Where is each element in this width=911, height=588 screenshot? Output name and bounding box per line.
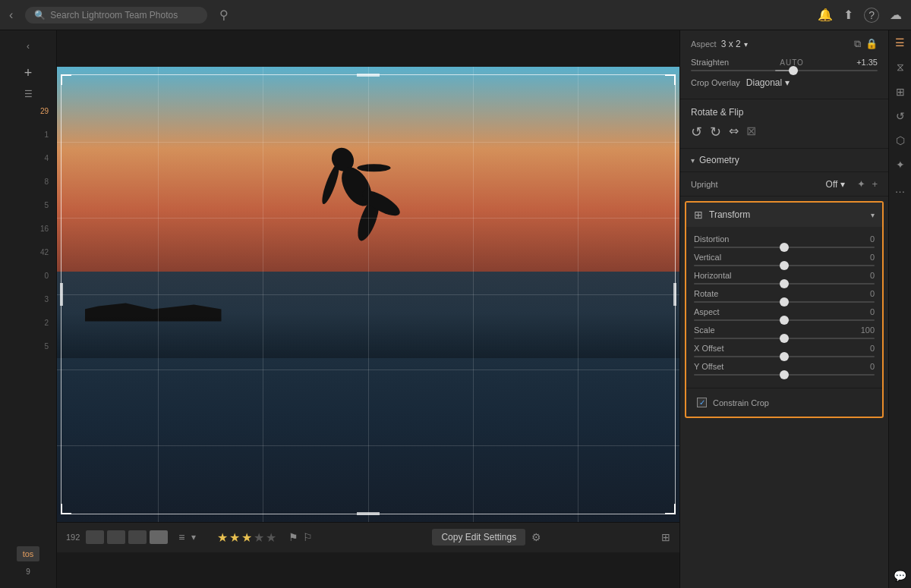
left-sidebar: ‹ + ☰ 29 1 4 8 5 16 42 0 3 2 5 tos 9 bbox=[0, 30, 57, 588]
panel-icon-5[interactable]: ⬡ bbox=[896, 134, 905, 146]
rotate-cw-button[interactable]: ↻ bbox=[710, 124, 721, 140]
straighten-auto: AUTO bbox=[780, 58, 804, 67]
main-content: ‹ + ☰ 29 1 4 8 5 16 42 0 3 2 5 tos 9 bbox=[0, 30, 911, 588]
star-2[interactable]: ★ bbox=[229, 530, 240, 545]
straighten-track[interactable] bbox=[691, 70, 878, 71]
sort-icon[interactable]: ≡ bbox=[178, 531, 184, 543]
upright-row: Upright Off ▾ ✦ + bbox=[680, 172, 888, 197]
upright-add-icon[interactable]: + bbox=[872, 178, 878, 190]
crowd-silhouette bbox=[57, 313, 679, 358]
top-bar-left: ‹ 🔍 Search Lightroom Team Photos ⚲ bbox=[9, 7, 229, 24]
constrain-crop-checkbox[interactable] bbox=[697, 398, 707, 407]
bottom-bar: 192 ≡ ▾ ★ ★ ★ ★ ★ ⚑ ⚐ Copy Edit Settings… bbox=[57, 522, 679, 552]
aspect-transform-value: 0 bbox=[859, 307, 875, 316]
rotate-track[interactable] bbox=[694, 301, 875, 303]
scale-thumb[interactable] bbox=[780, 334, 789, 343]
distortion-value: 0 bbox=[859, 234, 875, 244]
horizontal-thumb[interactable] bbox=[780, 279, 789, 288]
expand-icon[interactable]: ⊞ bbox=[661, 531, 670, 543]
x-offset-track[interactable] bbox=[694, 356, 875, 357]
upload-icon[interactable]: ⬆ bbox=[843, 8, 853, 22]
flag-x-icon[interactable]: ⚐ bbox=[303, 531, 313, 543]
view-btn-3[interactable] bbox=[128, 530, 147, 544]
back-icon[interactable]: ‹ bbox=[9, 8, 13, 22]
view-btn-4[interactable] bbox=[150, 530, 168, 544]
svg-point-2 bbox=[319, 162, 342, 206]
scale-label: Scale bbox=[694, 325, 747, 335]
transform-body: Distortion 0 Vertical 0 bbox=[686, 227, 882, 385]
vertical-thumb[interactable] bbox=[780, 261, 789, 270]
panel-icon-8[interactable]: 💬 bbox=[894, 570, 906, 582]
copy-edit-settings-button[interactable]: Copy Edit Settings bbox=[432, 529, 525, 546]
rotate-flip-title: Rotate & Flip bbox=[691, 107, 878, 118]
scale-track[interactable] bbox=[694, 338, 875, 339]
panel-icon-3[interactable]: ⊞ bbox=[896, 86, 905, 98]
sidebar-top: ‹ + ☰ bbox=[0, 36, 56, 99]
photo-area: 192 ≡ ▾ ★ ★ ★ ★ ★ ⚑ ⚐ Copy Edit Settings… bbox=[57, 30, 679, 588]
rotate-thumb[interactable] bbox=[780, 297, 789, 307]
view-btn-1[interactable] bbox=[86, 530, 104, 544]
aspect-value: 3 x 2 ▾ bbox=[721, 39, 748, 49]
rotate-flip-buttons: ↺ ↻ ⇔ ⊠ bbox=[691, 124, 878, 140]
panel-icon-4[interactable]: ↺ bbox=[896, 110, 905, 122]
crop-overlay-value: Diagonal ▾ bbox=[746, 77, 790, 88]
lock-icon[interactable]: 🔒 bbox=[865, 38, 878, 50]
help-icon[interactable]: ? bbox=[864, 8, 879, 23]
star-5[interactable]: ★ bbox=[266, 530, 276, 545]
star-4[interactable]: ★ bbox=[254, 530, 264, 545]
horizontal-track[interactable] bbox=[694, 283, 875, 285]
top-bar-right: 🔔 ⬆ ? ☁ bbox=[818, 8, 902, 23]
x-offset-thumb[interactable] bbox=[780, 352, 789, 361]
vertical-track[interactable] bbox=[694, 265, 875, 266]
top-bar: ‹ 🔍 Search Lightroom Team Photos ⚲ 🔔 ⬆ ?… bbox=[0, 0, 911, 30]
y-offset-track[interactable] bbox=[694, 374, 875, 376]
panel-icon-1[interactable]: ☰ bbox=[895, 36, 905, 49]
bell-icon[interactable]: 🔔 bbox=[818, 8, 833, 22]
x-offset-row: X Offset 0 bbox=[694, 344, 875, 357]
crop-section: Aspect 3 x 2 ▾ ⧉ 🔒 Straighten AUTO +1.35 bbox=[680, 30, 888, 99]
upright-chevron-icon: ▾ bbox=[840, 179, 845, 190]
list-icon[interactable]: ☰ bbox=[24, 89, 33, 99]
distortion-thumb[interactable] bbox=[780, 243, 789, 252]
panel-icon-2[interactable]: ⧖ bbox=[897, 61, 904, 74]
geometry-section-header[interactable]: ▾ Geometry bbox=[680, 149, 888, 172]
star-1[interactable]: ★ bbox=[217, 530, 228, 545]
add-icon[interactable]: + bbox=[24, 65, 33, 81]
rotate-ccw-button[interactable]: ↺ bbox=[691, 124, 702, 140]
transform-title: Transform bbox=[709, 209, 750, 220]
transform-header-left: ⊞ Transform bbox=[694, 209, 750, 221]
straighten-row: Straighten AUTO +1.35 bbox=[691, 58, 878, 67]
sort-arrow-icon[interactable]: ▾ bbox=[191, 532, 196, 542]
collapse-icon[interactable]: ‹ bbox=[22, 36, 34, 56]
panel-icon-7[interactable]: … bbox=[895, 183, 906, 195]
aspect-transform-thumb[interactable] bbox=[780, 316, 789, 325]
cloud-icon[interactable]: ☁ bbox=[890, 8, 902, 22]
distortion-track[interactable] bbox=[694, 247, 875, 248]
aspect-transform-track[interactable] bbox=[694, 319, 875, 321]
flip-v-button[interactable]: ⊠ bbox=[746, 124, 756, 140]
y-offset-thumb[interactable] bbox=[780, 370, 789, 379]
straighten-thumb[interactable] bbox=[789, 66, 798, 75]
straighten-value: +1.35 bbox=[855, 58, 878, 67]
sidebar-num: 4 bbox=[26, 154, 49, 162]
aspect-label: Aspect bbox=[691, 39, 717, 49]
transform-header[interactable]: ⊞ Transform ▾ bbox=[686, 203, 882, 227]
sidebar-num: 16 bbox=[26, 225, 49, 233]
flip-h-button[interactable]: ⇔ bbox=[729, 124, 739, 140]
flag-icon[interactable]: ⚑ bbox=[288, 531, 298, 543]
vertical-value: 0 bbox=[859, 253, 875, 262]
upright-pin-icon[interactable]: ✦ bbox=[857, 178, 865, 190]
search-box[interactable]: 🔍 Search Lightroom Team Photos bbox=[25, 7, 207, 24]
overlay-chevron-icon[interactable]: ▾ bbox=[785, 77, 790, 88]
view-btn-2[interactable] bbox=[107, 530, 125, 544]
star-3[interactable]: ★ bbox=[241, 530, 252, 545]
settings-gear-icon[interactable]: ⚙ bbox=[531, 531, 541, 543]
aspect-chevron-icon[interactable]: ▾ bbox=[744, 40, 748, 49]
new-crop-icon[interactable]: ⧉ bbox=[854, 38, 861, 50]
panel-icon-6[interactable]: ✦ bbox=[896, 159, 905, 171]
rotate-flip-section: Rotate & Flip ↺ ↻ ⇔ ⊠ bbox=[680, 99, 888, 149]
upright-value[interactable]: Off ▾ bbox=[826, 179, 846, 190]
filter-icon[interactable]: ⚲ bbox=[219, 8, 229, 22]
constrain-crop-label: Constrain Crop bbox=[713, 398, 769, 407]
sidebar-bottom-icon[interactable]: tos bbox=[17, 546, 40, 561]
